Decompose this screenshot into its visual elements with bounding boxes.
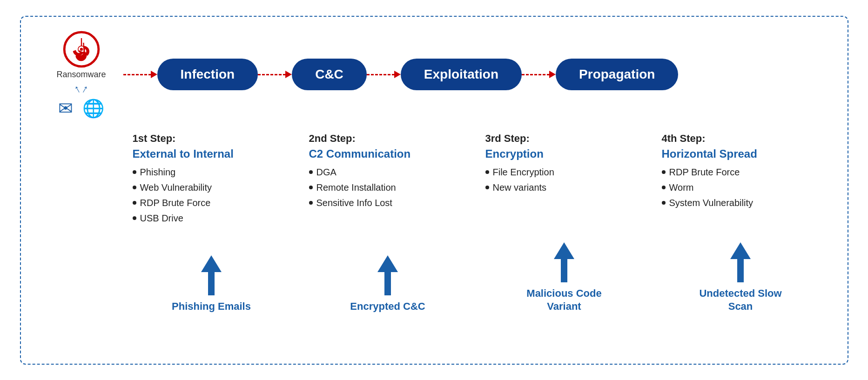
content-col-cc: 2nd Step: C2 Communication DGA Remote In… [300,133,476,213]
bullet-dot [133,170,136,174]
arrow-head-1 [285,71,292,78]
bullet-dot [662,186,666,189]
step-label-4: 4th Step: [662,133,820,145]
step-label-1: 1st Step: [133,133,290,145]
bottom-col-1: Phishing Emails [123,255,300,313]
bullet-dot [309,186,313,189]
dashed-arrow-2 [367,71,401,78]
dashed-arrow-3 [522,71,556,78]
diag-arrows: ↑ ↑ [74,82,88,95]
step-label-2: 2nd Step: [309,133,467,145]
bullet-dot [309,201,313,205]
step-subtitle-2: C2 Communication [309,147,467,160]
up-arrow-3 [554,242,574,282]
list-item: DGA [309,167,467,178]
globe-icon: 🌐 [82,98,104,119]
flow-row: Ransomware ↑ ↑ ✉ 🌐 Infection C&C [40,31,829,119]
bullet-dot [133,201,136,205]
up-arrow-4 [730,242,751,282]
bullet-list-1: Phishing Web Vulnerability RDP Brute For… [133,167,290,228]
bullet-dot [133,186,136,189]
bottom-col-4: Undetected SlowScan [653,242,829,313]
list-item: RDP Brute Force [662,167,820,178]
bullet-dot [485,186,489,189]
bullet-list-2: DGA Remote Installation Sensitive Info L… [309,167,467,213]
bottom-label-2: Encrypted C&C [350,300,425,313]
list-item: USB Drive [133,213,290,224]
list-item: Web Vulnerability [133,182,290,193]
up-arrow-1 [201,255,222,295]
dashed-arrow-0 [123,71,157,78]
list-item: Worm [662,182,820,193]
list-item: Sensitive Info Lost [309,198,467,208]
dashed-arrow-1 [258,71,292,78]
ransomware-label: Ransomware [56,70,106,80]
biohazard-icon [63,31,100,68]
step-subtitle-1: External to Internal [133,147,290,160]
list-item: RDP Brute Force [133,198,290,208]
diagram-container: Ransomware ↑ ↑ ✉ 🌐 Infection C&C [20,16,848,365]
stage-pill-exploitation: Exploitation [401,59,522,90]
list-item: Phishing [133,167,290,178]
bullet-dot [309,170,313,174]
step-subtitle-3: Encryption [485,147,643,160]
bullet-dot [662,170,666,174]
up-arrow-2 [377,255,398,295]
icon-row: ✉ 🌐 [58,98,104,119]
bottom-col-2: Encrypted C&C [300,255,476,313]
content-col-infection: 1st Step: External to Internal Phishing … [123,133,300,228]
stage-pill-infection: Infection [157,59,258,90]
bullet-dot [485,170,489,174]
content-col-exploitation: 3rd Step: Encryption File Encryption New… [476,133,653,198]
list-item: Remote Installation [309,182,467,193]
bullet-dot [133,216,136,220]
bullet-list-3: File Encryption New variants [485,167,643,198]
stage-pill-cc: C&C [292,59,367,90]
stage-pill-propagation: Propagation [556,59,678,90]
biohazard-section: Ransomware ↑ ↑ ✉ 🌐 [40,31,123,119]
step-subtitle-4: Horizontal Spread [662,147,820,160]
list-item: File Encryption [485,167,643,178]
arrow-head-3 [549,71,556,78]
arrow-head-0 [151,71,157,78]
svg-point-2 [80,47,82,50]
step-label-3: 3rd Step: [485,133,643,145]
bottom-label-1: Phishing Emails [172,300,251,313]
list-item: New variants [485,182,643,193]
list-item: System Vulnerability [662,198,820,208]
bottom-label-3: Malicious CodeVariant [526,287,601,313]
bottom-col-3: Malicious CodeVariant [476,242,653,313]
arrow-head-2 [394,71,401,78]
bullet-list-4: RDP Brute Force Worm System Vulnerabilit… [662,167,820,213]
bullet-dot [662,201,666,205]
email-icon: ✉ [58,98,73,119]
arrow-up-right: ↑ [80,81,91,95]
bottom-label-4: Undetected SlowScan [699,287,781,313]
content-col-propagation: 4th Step: Horizontal Spread RDP Brute Fo… [653,133,829,213]
